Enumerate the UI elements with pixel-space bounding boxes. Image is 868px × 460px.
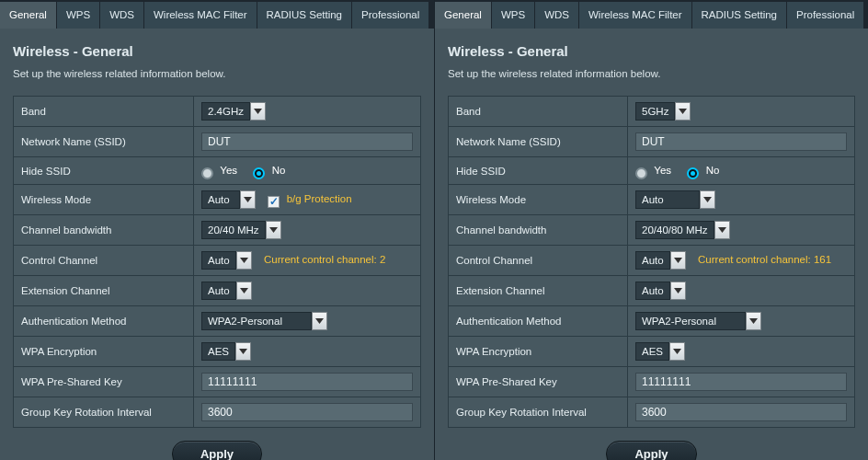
label-enc: WPA Encryption — [449, 337, 628, 367]
tabs: General WPS WDS Wireless MAC Filter RADI… — [0, 0, 434, 29]
psk-input[interactable] — [635, 373, 847, 391]
gkri-input[interactable] — [201, 403, 413, 421]
tab-general[interactable]: General — [435, 2, 491, 29]
label-yes: Yes — [654, 165, 671, 176]
svg-marker-8 — [703, 197, 712, 202]
bg-protection-check[interactable] — [268, 196, 280, 208]
svg-marker-9 — [718, 227, 726, 233]
label-band: Band — [449, 97, 628, 127]
page-title: Wireless - General — [448, 38, 855, 68]
tab-wds[interactable]: WDS — [535, 2, 578, 29]
band-select[interactable]: 2.4GHz — [201, 102, 250, 121]
label-auth: Authentication Method — [14, 306, 194, 337]
label-yes: Yes — [220, 165, 237, 176]
label-band: Band — [14, 97, 194, 127]
dropdown-icon[interactable] — [266, 221, 281, 239]
label-no: No — [706, 165, 720, 176]
svg-marker-4 — [240, 288, 248, 293]
svg-marker-12 — [749, 318, 758, 324]
enc-select[interactable]: AES — [635, 342, 669, 361]
dropdown-icon[interactable] — [250, 102, 266, 121]
dropdown-icon[interactable] — [235, 342, 251, 361]
psk-input[interactable] — [201, 373, 413, 391]
dropdown-icon[interactable] — [236, 251, 252, 270]
svg-marker-2 — [269, 227, 278, 233]
mode-select[interactable]: Auto — [201, 190, 240, 209]
svg-marker-10 — [674, 258, 682, 263]
apply-button[interactable]: Apply — [172, 441, 262, 460]
bg-protection-label: b/g Protection — [287, 193, 352, 204]
dropdown-icon[interactable] — [675, 102, 691, 121]
tab-radius[interactable]: RADIUS Setting — [692, 2, 786, 29]
svg-marker-13 — [673, 349, 681, 354]
tab-mac-filter[interactable]: Wireless MAC Filter — [144, 2, 257, 29]
label-mode: Wireless Mode — [449, 185, 628, 215]
tab-wps[interactable]: WPS — [492, 2, 534, 29]
auth-select[interactable]: WPA2-Personal — [201, 312, 312, 330]
label-hide: Hide SSID — [449, 157, 628, 185]
ctrl-current: Current control channel: 161 — [698, 254, 831, 265]
apply-button[interactable]: Apply — [606, 441, 696, 460]
label-ctrl: Control Channel — [14, 246, 194, 276]
bw-select[interactable]: 20/40 MHz — [201, 221, 266, 239]
ctrl-select[interactable]: Auto — [635, 251, 670, 270]
dropdown-icon[interactable] — [670, 251, 686, 270]
dropdown-icon[interactable] — [746, 312, 761, 330]
dropdown-icon[interactable] — [669, 342, 685, 361]
mode-select[interactable]: Auto — [635, 190, 700, 209]
apply-wrap: Apply — [435, 428, 868, 460]
label-auth: Authentication Method — [449, 306, 628, 337]
hide-ssid-no[interactable] — [687, 167, 699, 179]
tab-radius[interactable]: RADIUS Setting — [257, 2, 351, 29]
ctrl-select[interactable]: Auto — [201, 251, 236, 270]
ext-select[interactable]: Auto — [635, 282, 670, 300]
label-hide: Hide SSID — [14, 157, 194, 185]
content: Wireless - General Set up the wireless r… — [435, 29, 868, 428]
dropdown-icon[interactable] — [312, 312, 327, 330]
page-title: Wireless - General — [13, 38, 421, 68]
tab-wds[interactable]: WDS — [100, 2, 143, 29]
bw-select[interactable]: 20/40/80 MHz — [635, 221, 714, 239]
label-ssid: Network Name (SSID) — [449, 127, 628, 157]
auth-select[interactable]: WPA2-Personal — [635, 312, 746, 330]
svg-marker-3 — [240, 258, 248, 263]
tab-general[interactable]: General — [0, 2, 56, 29]
enc-select[interactable]: AES — [201, 342, 235, 361]
wireless-panel-right: General WPS WDS Wireless MAC Filter RADI… — [434, 0, 868, 460]
label-psk: WPA Pre-Shared Key — [14, 367, 194, 397]
tab-mac-filter[interactable]: Wireless MAC Filter — [579, 2, 691, 29]
label-ctrl: Control Channel — [449, 246, 628, 276]
tab-professional[interactable]: Professional — [352, 2, 428, 29]
tab-professional[interactable]: Professional — [787, 2, 863, 29]
label-ssid: Network Name (SSID) — [14, 127, 194, 157]
svg-marker-11 — [674, 288, 682, 293]
hide-ssid-no[interactable] — [253, 167, 265, 179]
dropdown-icon[interactable] — [670, 282, 686, 300]
svg-marker-6 — [239, 349, 247, 354]
page-subtitle: Set up the wireless related information … — [13, 68, 421, 96]
label-ext: Extension Channel — [14, 276, 194, 306]
ssid-input[interactable] — [201, 132, 413, 151]
svg-marker-5 — [315, 318, 324, 324]
wireless-panel-left: General WPS WDS Wireless MAC Filter RADI… — [0, 0, 434, 460]
svg-marker-0 — [254, 109, 262, 114]
band-select[interactable]: 5GHz — [635, 102, 675, 121]
label-enc: WPA Encryption — [14, 337, 194, 367]
hide-ssid-yes[interactable] — [201, 167, 213, 179]
gkri-input[interactable] — [635, 403, 847, 421]
dropdown-icon[interactable] — [236, 282, 252, 300]
dropdown-icon[interactable] — [714, 221, 730, 239]
ssid-input[interactable] — [635, 132, 847, 151]
dropdown-icon[interactable] — [700, 190, 715, 209]
apply-wrap: Apply — [0, 428, 434, 460]
dropdown-icon[interactable] — [240, 190, 256, 209]
svg-marker-1 — [244, 197, 252, 202]
label-bw: Channel bandwidth — [449, 215, 628, 246]
svg-marker-7 — [679, 109, 687, 114]
ext-select[interactable]: Auto — [201, 282, 236, 300]
content: Wireless - General Set up the wireless r… — [0, 29, 434, 428]
tab-wps[interactable]: WPS — [57, 2, 99, 29]
hide-ssid-yes[interactable] — [635, 167, 647, 179]
cell-band: 2.4GHz — [194, 97, 421, 127]
label-psk: WPA Pre-Shared Key — [449, 367, 628, 397]
